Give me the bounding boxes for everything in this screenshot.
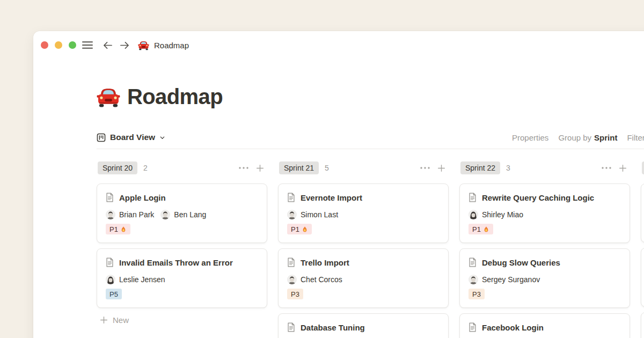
priority-tag-label: P3 xyxy=(291,290,299,298)
board-card[interactable] xyxy=(641,248,644,307)
fire-emoji-icon xyxy=(120,226,127,233)
column-add-icon[interactable] xyxy=(437,164,445,172)
board-card[interactable]: Trello ImportChet CorcosP3 xyxy=(278,248,449,308)
column-title-pill[interactable]: Sprint 22 xyxy=(460,161,500,174)
priority-tag-label: P1 xyxy=(109,225,118,233)
priority-tag: P3 xyxy=(469,289,485,299)
column-header: Sprint 215 xyxy=(278,161,449,174)
card-assignees: Brian ParkBen Lang xyxy=(106,209,258,220)
card-title-row: Rewrite Query Caching Logic xyxy=(469,191,621,204)
assignee-name: Shirley Miao xyxy=(482,210,523,219)
assignee: Ben Lang xyxy=(160,210,206,219)
view-switcher[interactable]: Board View xyxy=(97,133,165,142)
assignee: Leslie Jensen xyxy=(106,275,165,284)
column-count: 2 xyxy=(143,164,148,172)
board-view-icon xyxy=(97,133,106,142)
properties-button[interactable]: Properties xyxy=(512,133,548,142)
column-add-icon[interactable] xyxy=(619,164,627,172)
document-icon xyxy=(469,322,477,332)
back-button[interactable] xyxy=(103,41,113,50)
card-title-row: Invalid Emails Throw an Error xyxy=(106,256,258,269)
assignee-name: Leslie Jensen xyxy=(119,275,165,284)
new-card-label: New xyxy=(113,315,129,325)
page-icon-car[interactable] xyxy=(97,85,120,108)
breadcrumb-title: Roadmap xyxy=(154,41,189,50)
document-icon xyxy=(106,258,114,267)
card-title: Invalid Emails Throw an Error xyxy=(119,258,233,267)
column-count: 5 xyxy=(325,164,329,172)
fire-emoji-icon xyxy=(483,226,489,233)
card-assignees: Leslie Jensen xyxy=(106,274,258,285)
toolbar-right: Properties Group by Sprint Filter xyxy=(512,129,644,145)
board-card[interactable]: Debug Slow QueriesSergey SurganovP3 xyxy=(459,248,630,308)
card-tags: P1 xyxy=(287,224,440,234)
board-card[interactable]: Database Tuning xyxy=(278,313,449,338)
filter-button[interactable]: Filter xyxy=(627,133,644,142)
card-assignees: Sergey Surganov xyxy=(469,274,621,285)
column-add-icon[interactable] xyxy=(256,164,264,172)
card-title-row: Trello Import xyxy=(287,256,440,269)
card-title: Debug Slow Queries xyxy=(482,258,560,267)
column-more-icon[interactable] xyxy=(239,167,248,169)
card-title: Database Tuning xyxy=(301,323,365,332)
card-title-row: Evernote Import xyxy=(287,191,440,204)
card-title-row: Debug Slow Queries xyxy=(469,256,621,269)
new-card-button[interactable]: New xyxy=(97,313,267,326)
card-tags: P3 xyxy=(287,289,440,299)
board-card[interactable]: Evernote ImportSimon LastP1 xyxy=(278,183,449,243)
priority-tag: P3 xyxy=(287,289,303,299)
board-card[interactable]: Invalid Emails Throw an ErrorLeslie Jens… xyxy=(97,248,267,308)
assignee: Brian Park xyxy=(106,210,154,219)
chevron-down-icon xyxy=(159,135,165,141)
view-label: Board View xyxy=(110,133,155,142)
assignee: Sergey Surganov xyxy=(469,275,540,284)
assignee-name: Sergey Surganov xyxy=(482,275,540,284)
column-title-pill[interactable] xyxy=(642,161,644,174)
assignee-name: Brian Park xyxy=(119,210,154,219)
avatar-man xyxy=(287,275,297,284)
group-by-label: Group by xyxy=(558,133,591,142)
column-count: 3 xyxy=(506,164,510,172)
document-icon xyxy=(287,322,295,332)
card-title-row: Database Tuning xyxy=(287,321,440,334)
forward-button[interactable] xyxy=(120,41,130,50)
board: Sprint 202Apple LoginBrian ParkBen LangP… xyxy=(97,160,644,338)
column-title-pill[interactable]: Sprint 20 xyxy=(98,161,137,174)
column-more-icon[interactable] xyxy=(602,167,611,169)
board-card[interactable] xyxy=(641,312,644,338)
board-card[interactable] xyxy=(641,183,644,243)
card-title-row: Apple Login xyxy=(106,191,258,204)
card-tags: P3 xyxy=(469,289,621,299)
close-window-button[interactable] xyxy=(41,41,48,49)
priority-tag: P1 xyxy=(106,224,130,234)
assignee-name: Chet Corcos xyxy=(301,275,342,284)
column-more-icon[interactable] xyxy=(420,167,430,169)
group-by-value: Sprint xyxy=(594,133,617,142)
menu-icon[interactable] xyxy=(82,41,93,49)
column-header: Sprint 202 xyxy=(97,161,267,174)
page-title-block: Roadmap xyxy=(97,83,223,111)
card-assignees: Simon Last xyxy=(287,209,440,220)
card-assignees: Chet Corcos xyxy=(287,274,440,285)
minimize-window-button[interactable] xyxy=(55,41,62,49)
assignee: Chet Corcos xyxy=(287,275,342,284)
priority-tag-label: P1 xyxy=(472,225,481,233)
card-title: Evernote Import xyxy=(301,193,362,202)
board-column: Sprint 215Evernote ImportSimon LastP1Tre… xyxy=(278,160,449,338)
board-column: Sprint 202Apple LoginBrian ParkBen LangP… xyxy=(97,160,267,338)
assignee: Simon Last xyxy=(287,210,338,219)
column-title-pill[interactable]: Sprint 21 xyxy=(279,161,319,174)
board-card[interactable]: Rewrite Query Caching LogicShirley MiaoP… xyxy=(459,183,630,243)
column-header xyxy=(641,161,644,174)
avatar-woman xyxy=(469,210,478,219)
avatar-woman xyxy=(106,275,115,284)
zoom-window-button[interactable] xyxy=(69,41,76,49)
view-toolbar: Board View xyxy=(97,129,165,145)
breadcrumb[interactable]: Roadmap xyxy=(138,40,189,50)
group-by-button[interactable]: Group by Sprint xyxy=(558,133,617,142)
board-card[interactable]: Apple LoginBrian ParkBen LangP1 xyxy=(97,183,267,243)
assignee: Shirley Miao xyxy=(469,210,523,219)
page-title[interactable]: Roadmap xyxy=(127,83,223,111)
board-card[interactable]: Facebook Login xyxy=(459,313,630,338)
document-icon xyxy=(287,258,295,267)
